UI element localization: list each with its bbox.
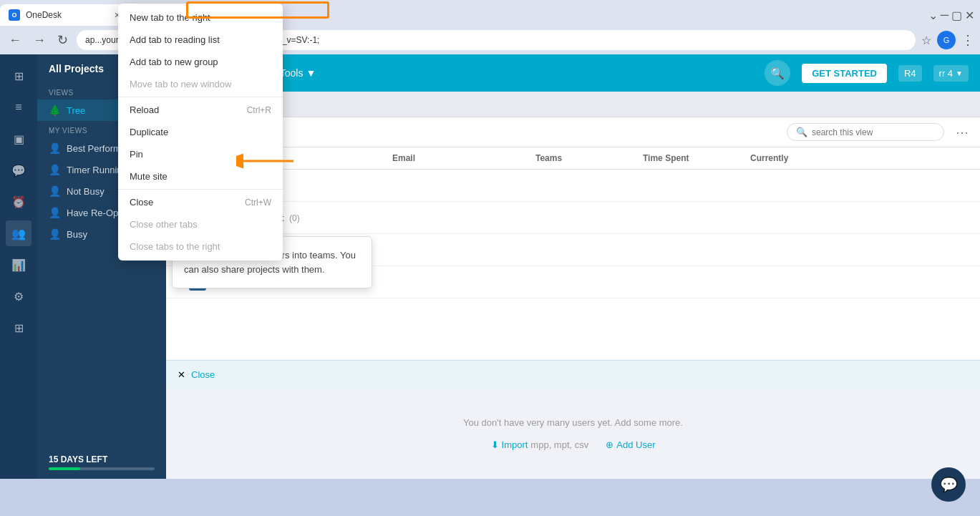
search-icon: 🔍 — [796, 127, 807, 137]
search-icon: 🔍 — [770, 67, 785, 80]
timer-running-icon: 👤 — [49, 164, 61, 175]
bookmark-icon[interactable]: ☆ — [921, 34, 931, 47]
tools-label: Tools — [280, 67, 304, 79]
menu-item-label: Move tab to new window — [130, 79, 231, 89]
maximize-icon[interactable]: ▢ — [951, 9, 962, 22]
menu-shortcut-close: Ctrl+W — [245, 198, 271, 208]
menu-item-new-tab[interactable]: New tab to the right — [118, 6, 283, 29]
table-row: ▼ 🏢 gre (1) — [166, 170, 980, 202]
info-bar: ✕ Close — [166, 360, 980, 389]
header-search-button[interactable]: 🔍 — [765, 60, 790, 86]
import-link[interactable]: ⬇ Import mpp, mpt, csv — [491, 439, 589, 450]
user-badge-label: rr 4 — [939, 68, 954, 79]
row-count: (0) — [289, 213, 300, 223]
tools-chevron-icon: ▼ — [306, 67, 316, 79]
menu-item-label: Close other tabs — [130, 219, 198, 230]
toolbar-icons: ☆ — [921, 34, 931, 47]
add-user-label: Add User — [616, 439, 655, 450]
menu-item-label: Mute site — [130, 171, 168, 182]
sidebar-icon-users[interactable]: 👥 — [6, 220, 31, 246]
menu-item-label: Close tabs to the right — [130, 241, 220, 252]
sidebar-icon-settings[interactable]: ⚙ — [6, 283, 31, 309]
trial-progress-bar — [49, 467, 155, 470]
back-button[interactable]: ← — [6, 30, 24, 51]
not-busy-icon: 👤 — [49, 185, 61, 197]
user-badge-r4[interactable]: R4 — [898, 65, 922, 82]
user-badge-label: R4 — [904, 68, 916, 79]
menu-divider-2 — [118, 189, 283, 190]
import-icon: ⬇ — [491, 439, 499, 450]
sidebar-item-label: Tree — [67, 105, 85, 116]
content-tabs: Users × — [166, 92, 980, 117]
import-label: Import — [502, 439, 528, 450]
busy-icon: 👤 — [49, 228, 61, 240]
empty-state-text: You don't have very many users yet. Add … — [463, 417, 683, 428]
menu-item-reload[interactable]: Reload Ctrl+R — [118, 99, 283, 121]
best-performers-icon: 👤 — [49, 142, 61, 154]
menu-item-new-window: Move tab to new window — [118, 73, 283, 95]
add-user-icon: ⊕ — [606, 439, 613, 450]
sidebar-icon-list[interactable]: ≡ — [6, 94, 31, 120]
sidebar-item-label: Busy — [67, 229, 87, 240]
icon-sidebar: ⊞ ≡ ▣ 💬 ⏰ 👥 📊 ⚙ ⊞ — [0, 54, 37, 479]
sidebar-icon-inbox[interactable]: ▣ — [6, 126, 31, 152]
menu-divider-1 — [118, 97, 283, 97]
reload-button[interactable]: ↻ — [54, 29, 71, 51]
menu-item-label: Add tab to new group — [130, 57, 218, 67]
tab-bar-controls: ⌄ ─ ▢ ✕ — [928, 9, 980, 22]
table-row: 👥 customer support (0) — [166, 202, 980, 234]
menu-item-close-right: Close tabs to the right — [118, 235, 283, 258]
menu-item-label: Duplicate — [130, 127, 168, 137]
days-left: 15 DAYS LEFT — [49, 454, 155, 464]
menu-item-label: Add tab to reading list — [130, 34, 220, 45]
tree-icon: 🌲 — [49, 104, 61, 116]
table-header: Name Email Teams Time Spent Currently — [166, 147, 980, 170]
menu-item-label: New tab to the right — [130, 12, 210, 23]
search-box: 🔍 — [787, 123, 944, 141]
get-started-button[interactable]: GET STARTED — [802, 64, 887, 83]
menu-item-close-others: Close other tabs — [118, 213, 283, 235]
menu-item-label: Reload — [130, 104, 159, 115]
menu-item-new-group[interactable]: Add tab to new group — [118, 51, 283, 73]
content-toolbar: Tree › 1 user (All) 🔍 ⋯ — [166, 117, 980, 147]
close-label: ✕ — [178, 369, 185, 380]
sidebar-icon-clock[interactable]: ⏰ — [6, 189, 31, 215]
menu-item-reading-list[interactable]: Add tab to reading list — [118, 29, 283, 51]
browser-tab[interactable]: O OneDesk × — [0, 4, 129, 26]
empty-state: You don't have very many users yet. Add … — [166, 389, 980, 479]
sidebar-icon-chart[interactable]: 📊 — [6, 252, 31, 278]
user-chevron-icon: ▼ — [956, 69, 963, 77]
more-options-icon[interactable]: ⋯ — [956, 125, 969, 140]
context-menu: New tab to the right Add tab to reading … — [118, 4, 283, 261]
column-header-time-spent: Time Spent — [643, 153, 750, 163]
window-close-icon[interactable]: ✕ — [965, 9, 974, 22]
have-reopen-icon: 👤 — [49, 207, 61, 218]
sidebar-icon-apps[interactable]: ⊞ — [6, 315, 31, 341]
search-input[interactable] — [812, 127, 935, 137]
trial-progress-fill — [49, 467, 80, 470]
menu-item-label: Close — [130, 197, 153, 208]
menu-item-close[interactable]: Close Ctrl+W — [118, 191, 283, 213]
app-header: OneDesk Tools ▼ 🔍 GET STARTED R4 rr 4 ▼ — [166, 54, 980, 92]
add-user-link[interactable]: ⊕ Add User — [606, 439, 655, 450]
browser-menu-icon[interactable]: ⋮ — [961, 32, 974, 48]
sidebar-icon-grid[interactable]: ⊞ — [6, 63, 31, 89]
forward-button[interactable]: → — [30, 30, 49, 51]
column-header-currently: Currently — [750, 153, 969, 163]
column-header-email: Email — [392, 153, 535, 163]
sidebar-item-label: Not Busy — [67, 186, 105, 197]
sidebar-icon-chat[interactable]: 💬 — [6, 157, 31, 183]
menu-item-duplicate[interactable]: Duplicate — [118, 121, 283, 143]
tab-list-icon[interactable]: ⌄ — [928, 9, 938, 22]
minimize-icon[interactable]: ─ — [941, 9, 949, 22]
menu-item-mute[interactable]: Mute site — [118, 165, 283, 188]
column-header-teams: Teams — [535, 153, 643, 163]
tab-favicon: O — [9, 9, 20, 21]
menu-item-pin[interactable]: Pin — [118, 143, 283, 165]
user-badge-rr4[interactable]: rr 4 ▼ — [933, 65, 969, 82]
close-button[interactable]: Close — [191, 369, 215, 380]
tools-menu[interactable]: Tools ▼ — [280, 67, 316, 79]
import-formats: mpp, mpt, csv — [530, 439, 588, 450]
menu-shortcut: Ctrl+R — [247, 105, 271, 115]
profile-circle[interactable]: G — [937, 31, 956, 49]
